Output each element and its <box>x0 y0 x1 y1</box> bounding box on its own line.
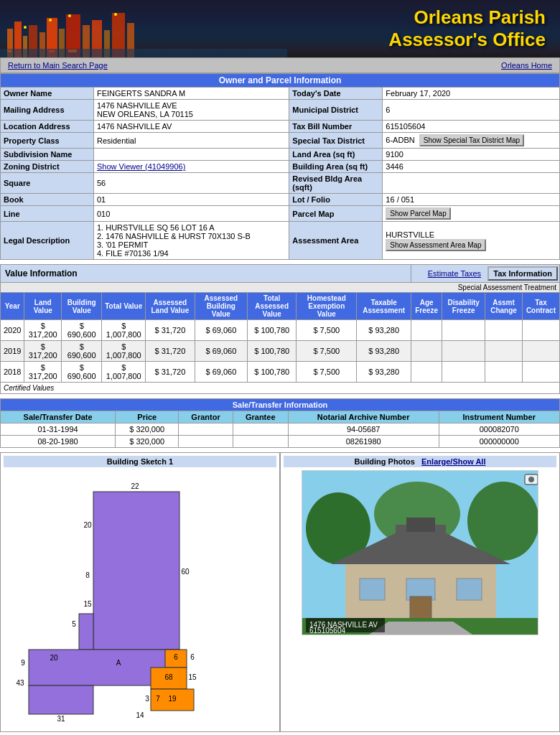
orleans-home-link[interactable]: Orleans Home <box>501 61 552 70</box>
land-area-label: Land Area (sq ft) <box>289 149 383 161</box>
row-2018-homestead: $ 7,500 <box>297 362 357 383</box>
show-assessment-area-map-button[interactable]: Show Assessment Area Map <box>386 239 485 251</box>
svg-point-67 <box>528 477 534 482</box>
row-2019-ass-land: $ 31,720 <box>146 341 195 362</box>
row-2020-contract <box>522 320 559 341</box>
building-sketch-section: Building Sketch 1 22 20 8 60 15 5 9 20 <box>0 452 280 732</box>
row-2019-total-ass: $ 100,780 <box>248 341 297 362</box>
sale-row1-grantee <box>233 423 288 436</box>
building-photos-title: Building Photos Enlarge/Show All <box>284 456 556 467</box>
sale-row1-price: $ 320,000 <box>116 423 179 436</box>
svg-rect-57 <box>360 579 385 600</box>
show-special-tax-district-map-button[interactable]: Show Special Tax District Map <box>419 134 524 146</box>
todays-date-label: Today's Date <box>289 88 383 100</box>
todays-date-value: February 17, 2020 <box>383 88 560 100</box>
row-2019-homestead: $ 7,500 <box>297 341 357 362</box>
svg-rect-20 <box>68 50 77 52</box>
svg-text:3: 3 <box>145 695 149 703</box>
tax-info-button[interactable]: Tax Information <box>487 266 558 281</box>
row-2020-ass-land: $ 31,720 <box>146 320 195 341</box>
col-age-freeze: Age Freeze <box>411 293 442 320</box>
municipal-district-value: 6 <box>383 100 560 121</box>
location-address-value: 1476 NASHVILLE AV <box>94 121 289 133</box>
svg-text:15: 15 <box>83 600 92 608</box>
zoning-district-value: Show Viewer (41049906) <box>94 161 289 173</box>
row-2018-building: $ 690,600 <box>62 362 102 383</box>
row-2019-age <box>411 341 442 362</box>
svg-text:20: 20 <box>83 521 92 529</box>
col-total-assessed: Total Assessed Value <box>248 293 297 320</box>
sale-transfer-table: Sale/Transfer Information Sale/Transfer … <box>0 398 560 448</box>
show-viewer-link[interactable]: Show Viewer (41049906) <box>97 162 185 171</box>
show-parcel-map-button[interactable]: Show Parcel Map <box>386 207 450 220</box>
special-tax-district-label: Special Tax District <box>289 133 383 149</box>
sale-row2-instrument: 000000000 <box>439 436 559 448</box>
svg-point-15 <box>68 14 71 17</box>
row-2020-assmt <box>485 320 523 341</box>
return-main-search-link[interactable]: Return to Main Search Page <box>8 61 108 70</box>
row-2019-year: 2019 <box>1 341 24 362</box>
row-2018-ass-bldg: $ 69,060 <box>195 362 247 383</box>
row-2019-disability <box>442 341 485 362</box>
row-2020-ass-bldg: $ 69,060 <box>195 320 247 341</box>
square-label: Square <box>1 173 94 194</box>
svg-rect-34 <box>29 685 93 714</box>
col-year: Year <box>1 293 24 320</box>
zoning-district-label: Zoning District <box>1 161 94 173</box>
estimate-taxes-link[interactable]: Estimate Taxes <box>428 269 481 278</box>
row-2018-total-ass: $ 100,780 <box>248 362 297 383</box>
square-value: 56 <box>94 173 289 194</box>
row-2020-total: $ 1,007,800 <box>102 320 146 341</box>
owner-name-label: Owner Name <box>1 88 94 100</box>
lot-folio-value: 16 / 051 <box>383 194 560 206</box>
svg-text:615105604: 615105604 <box>309 627 345 635</box>
owner-parcel-header: Owner and Parcel Information <box>1 74 560 88</box>
special-tax-district-value: 6-ADBN Show Special Tax District Map <box>383 133 560 149</box>
sale-date-col-header: Sale/Transfer Date <box>1 411 116 423</box>
building-photo-svg[interactable]: 1476 NASHVILLE AV 615105604 <box>302 470 538 635</box>
property-class-value: Residential <box>94 133 289 149</box>
value-info-actions: Estimate Taxes Tax Information <box>411 265 559 283</box>
row-2018-total: $ 1,007,800 <box>102 362 146 383</box>
row-2019-contract <box>522 341 559 362</box>
sale-instrument-col-header: Instrument Number <box>439 411 559 423</box>
col-tax-contract: Tax Contract <box>522 293 559 320</box>
sale-row1-notarial: 94-05687 <box>288 423 439 436</box>
header-banner: Orleans Parish Assessor's Office <box>0 0 560 57</box>
building-sketch-svg: 22 20 8 60 15 5 9 20 A 43 <box>7 470 273 729</box>
building-area-label: Building Area (sq ft) <box>289 161 383 173</box>
svg-rect-56 <box>406 518 435 532</box>
row-2018-land: $ 317,200 <box>24 362 62 383</box>
municipal-district-label: Municipal District <box>289 100 383 121</box>
row-2020-year: 2020 <box>1 320 24 341</box>
parcel-map-value: Show Parcel Map <box>383 206 560 222</box>
svg-text:22: 22 <box>131 482 139 490</box>
row-2018-age <box>411 362 442 383</box>
row-2018-year: 2018 <box>1 362 24 383</box>
row-2020-building: $ 690,600 <box>62 320 102 341</box>
sale-price-col-header: Price <box>116 411 179 423</box>
sale-row2-grantor <box>179 436 233 448</box>
col-building-value: Building Value <box>62 293 102 320</box>
row-2020-total-ass: $ 100,780 <box>248 320 297 341</box>
sale-row2-price: $ 320,000 <box>116 436 179 448</box>
svg-point-14 <box>49 19 52 22</box>
certified-values: Certified Values <box>1 383 560 394</box>
svg-text:14: 14 <box>136 711 144 719</box>
parcel-map-label: Parcel Map <box>289 206 383 222</box>
enlarge-show-all-link[interactable]: Enlarge/Show All <box>421 457 485 466</box>
mailing-address-value: 1476 NASHVILLE AVENEW ORLEANS, LA 70115 <box>94 100 289 121</box>
svg-rect-18 <box>7 50 11 52</box>
svg-text:9: 9 <box>21 659 25 667</box>
line-value: 010 <box>94 206 289 222</box>
legal-description-label: Legal Description <box>1 222 94 260</box>
svg-text:8: 8 <box>85 571 90 579</box>
svg-rect-59 <box>457 579 482 600</box>
svg-point-13 <box>24 26 27 29</box>
nav-bar: Return to Main Search Page Orleans Home <box>0 57 560 73</box>
sale-row1-grantor <box>179 423 233 436</box>
revised-bldg-label: Revised Bldg Area (sqft) <box>289 173 383 194</box>
subdivision-label: Subdivision Name <box>1 149 94 161</box>
sale-row1-instrument: 000082070 <box>439 423 559 436</box>
row-2018-ass-land: $ 31,720 <box>146 362 195 383</box>
